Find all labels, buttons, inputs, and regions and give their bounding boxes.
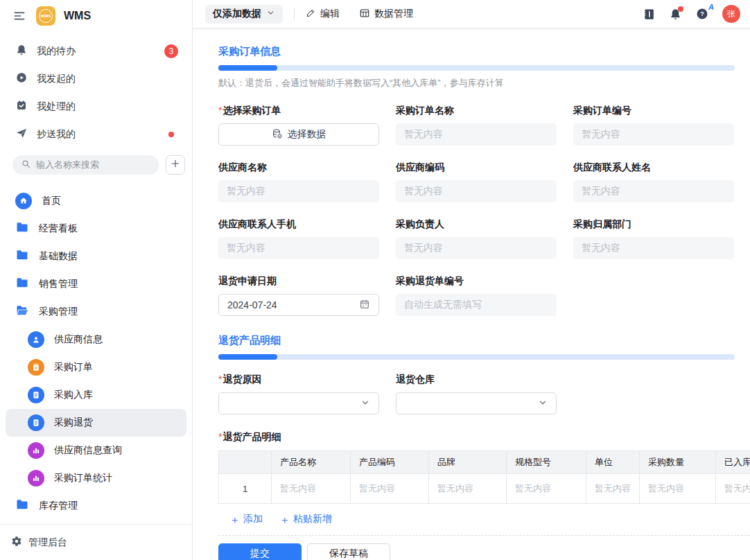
field-return-date: 退货申请日期 2024-07-24 (218, 275, 379, 316)
folder-icon (15, 498, 29, 514)
sidebar-item-label: 我发起的 (37, 73, 178, 85)
submit-button[interactable]: 提交 (218, 543, 302, 560)
document-icon (28, 387, 44, 403)
row-index: 1 (219, 474, 272, 504)
sidebar-item-purchase-order-stats[interactable]: 采购订单统计 (6, 464, 186, 492)
folder-icon (15, 220, 29, 237)
sidebar-item-sales-management[interactable]: 销售管理 (6, 270, 186, 298)
sidebar-menu: 首页 经营看板 基础数据 销售管理 采购管理 供应商信息 (0, 179, 192, 524)
section-description: 默认：退货后，会通过智能助手将数据写入“其他入库单”，参与库存计算 (218, 77, 735, 89)
sidebar-item-my-todo[interactable]: 我的待办 3 (0, 37, 192, 65)
field-supplier-contact: 供应商联系人姓名 暂无内容 (573, 161, 734, 202)
address-book-icon[interactable] (643, 8, 656, 21)
sidebar-item-purchase-management[interactable]: 采购管理 (6, 298, 186, 326)
sidebar-item-label: 抄送我的 (37, 128, 159, 141)
field-supplier-code: 供应商编码 暂无内容 (396, 161, 557, 202)
column-received-qty: 已入库数量 (716, 451, 750, 474)
cell-product-name[interactable]: 暂无内容 (272, 474, 351, 504)
field-label: 供应商联系人姓名 (573, 161, 734, 174)
form-area: 采购订单信息 默认：退货后，会通过智能助手将数据写入“其他入库单”，参与库存计算… (193, 28, 750, 560)
sidebar-item-handled-by-me[interactable]: 我处理的 (0, 93, 192, 121)
sidebar: WMS WMS 我的待办 3 我发起的 我处理的 抄送我的 (0, 0, 193, 560)
field-supplier-phone: 供应商联系人手机 暂无内容 (218, 218, 379, 259)
column-purchase-qty: 采购数量 (640, 451, 716, 474)
sidebar-item-supplier-info[interactable]: 供应商信息 (6, 326, 186, 353)
choose-data-button[interactable]: 选择数据 (218, 123, 379, 146)
table-row[interactable]: 1 暂无内容 暂无内容 暂无内容 暂无内容 暂无内容 暂无内容 暂无内容 (219, 474, 750, 504)
admin-console-button[interactable]: 管理后台 (0, 524, 192, 560)
field-po-number: 采购订单编号 暂无内容 (573, 105, 734, 146)
menu-item-label: 库存管理 (39, 500, 78, 512)
return-reason-select[interactable] (218, 392, 379, 414)
field-product-detail-table: 退货产品明细 (218, 431, 750, 444)
field-label: 供应商名称 (218, 161, 379, 174)
order-fields-grid: 选择采购订单 选择数据 采购订单名称 暂无内容 采购订单编号 暂无内容 供应商名… (218, 105, 750, 316)
sidebar-item-inventory-management[interactable]: 库存管理 (6, 492, 186, 520)
product-table-container: 产品名称 产品编码 品牌 规格型号 单位 采购数量 已入库数量 1 暂无内容 (218, 450, 750, 504)
field-label: 退货申请日期 (218, 275, 379, 288)
mode-dropdown-label: 仅添加数据 (213, 8, 261, 20)
field-return-warehouse: 退货仓库 (396, 374, 557, 414)
choose-data-label: 选择数据 (288, 128, 326, 141)
return-number-input: 自动生成无需填写 (396, 294, 557, 316)
toolbar-right-icons: ? A 张 (643, 5, 743, 23)
sidebar-item-label: 我处理的 (37, 100, 178, 113)
save-draft-button[interactable]: 保存草稿 (307, 543, 390, 560)
sidebar-item-business-dashboard[interactable]: 经营看板 (6, 215, 186, 243)
menu-item-label: 采购订单统计 (54, 472, 112, 484)
user-avatar[interactable]: 张 (722, 5, 740, 23)
table-label: 退货产品明细 (218, 431, 750, 444)
mode-dropdown-button[interactable]: 仅添加数据 (205, 5, 283, 24)
paste-add-link[interactable]: ＋粘贴新增 (279, 513, 332, 525)
menu-item-label: 采购订单 (54, 361, 93, 374)
column-spec-model: 规格型号 (507, 451, 586, 474)
cell-received-qty[interactable]: 暂无内容 (716, 474, 750, 504)
sidebar-item-base-data[interactable]: 基础数据 (6, 243, 186, 270)
sidebar-item-supplier-info-query[interactable]: 供应商信息查询 (6, 437, 186, 464)
supplier-name-input: 暂无内容 (218, 180, 379, 202)
pencil-icon (306, 8, 316, 20)
add-row-link[interactable]: ＋添加 (229, 513, 263, 525)
todo-count-badge: 3 (164, 44, 178, 58)
cell-spec-model[interactable]: 暂无内容 (507, 474, 586, 504)
search-icon (21, 159, 31, 172)
return-date-input[interactable]: 2024-07-24 (218, 294, 379, 316)
sidebar-item-home[interactable]: 首页 (6, 187, 186, 215)
edit-button[interactable]: 编辑 (306, 8, 340, 20)
sidebar-item-purchase-order[interactable]: 采购订单 (6, 353, 186, 381)
menu-item-label: 供应商信息查询 (54, 444, 122, 457)
field-label: 退货原因 (218, 374, 379, 386)
notification-bell-icon[interactable] (669, 8, 682, 21)
paper-plane-icon (15, 127, 28, 142)
section-title: 采购订单信息 (218, 45, 735, 58)
toolbar-divider (294, 8, 295, 19)
menu-item-label: 供应商信息 (54, 333, 103, 346)
bar-chart-icon (28, 442, 44, 459)
return-warehouse-select[interactable] (396, 392, 557, 414)
sidebar-item-initiated-by-me[interactable]: 我发起的 (0, 65, 192, 93)
sidebar-item-cc-to-me[interactable]: 抄送我的 (0, 121, 192, 148)
main-area: 仅添加数据 编辑 数据管理 ? A (193, 0, 750, 560)
chevron-down-icon (538, 398, 548, 410)
help-assistant-icon[interactable]: ? A (695, 7, 709, 21)
add-node-button[interactable] (166, 155, 185, 175)
data-manage-button[interactable]: 数据管理 (359, 8, 413, 21)
cell-purchase-qty[interactable]: 暂无内容 (640, 474, 716, 504)
app-logo[interactable]: WMS (36, 6, 55, 26)
search-input[interactable]: 输入名称来搜索 (12, 155, 159, 175)
cell-unit[interactable]: 暂无内容 (586, 474, 640, 504)
calendar-icon (359, 299, 370, 312)
cell-brand[interactable]: 暂无内容 (429, 474, 507, 504)
field-label: 采购订单编号 (573, 105, 734, 117)
sidebar-item-purchase-inbound[interactable]: 采购入库 (6, 381, 186, 409)
po-number-input: 暂无内容 (573, 123, 734, 146)
folder-icon (15, 248, 29, 265)
cell-product-code[interactable]: 暂无内容 (351, 474, 429, 504)
section-title: 退货产品明细 (218, 334, 735, 347)
menu-collapse-icon[interactable] (12, 8, 28, 24)
sidebar-item-label: 我的待办 (37, 45, 155, 58)
form-actions: 提交 保存草稿 (218, 536, 750, 560)
product-detail-table: 产品名称 产品编码 品牌 规格型号 单位 采购数量 已入库数量 1 暂无内容 (218, 450, 750, 504)
menu-item-label: 采购入库 (54, 389, 93, 401)
sidebar-item-purchase-return[interactable]: 采购退货 (6, 409, 186, 437)
